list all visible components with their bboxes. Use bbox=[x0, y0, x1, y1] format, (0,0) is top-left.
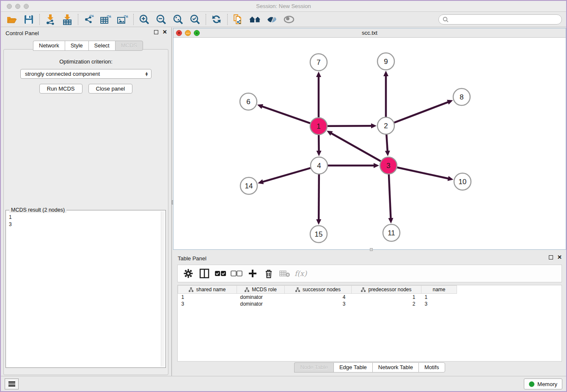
select-all-checkboxes-icon[interactable] bbox=[214, 267, 226, 280]
column-header-successor-nodes[interactable]: successor nodes bbox=[285, 286, 352, 294]
graph-edge-arrowhead bbox=[316, 219, 321, 225]
tab-network-table[interactable]: Network Table bbox=[372, 362, 418, 373]
network-graph[interactable]: 7968124314101511 bbox=[173, 38, 566, 249]
zoom-window-icon[interactable] bbox=[24, 4, 29, 9]
search-box[interactable] bbox=[438, 14, 562, 25]
column-header-name[interactable]: name bbox=[421, 286, 457, 294]
memory-button[interactable]: Memory bbox=[524, 378, 562, 389]
columns-icon[interactable] bbox=[198, 267, 210, 280]
control-panel-title: Control Panel bbox=[6, 30, 39, 36]
task-history-button[interactable] bbox=[5, 378, 19, 389]
application-window: Session: New Session bbox=[0, 0, 567, 392]
eye-icon[interactable] bbox=[281, 13, 297, 26]
graph-edge-3-1[interactable] bbox=[330, 133, 381, 161]
frame-close-icon[interactable]: ✕ bbox=[176, 30, 182, 36]
function-builder-icon: f(x) bbox=[295, 267, 307, 280]
graph-node-label: 4 bbox=[317, 162, 321, 170]
tab-edge-table[interactable]: Edge Table bbox=[333, 362, 372, 373]
network-canvas[interactable]: 7968124314101511 bbox=[173, 38, 566, 249]
close-table-panel-icon[interactable]: ✕ bbox=[557, 255, 562, 259]
graph-edge-arrowhead bbox=[383, 71, 388, 76]
zoom-in-icon[interactable] bbox=[136, 13, 153, 26]
trash-icon[interactable] bbox=[262, 267, 275, 280]
export-table-icon[interactable] bbox=[97, 13, 114, 26]
tab-network[interactable]: Network bbox=[33, 41, 65, 51]
search-input[interactable] bbox=[451, 17, 558, 22]
close-panel-icon[interactable]: ✕ bbox=[162, 30, 167, 34]
network-view-frame: ✕ — ＋ scc.txt 7968124314101511 bbox=[173, 28, 566, 250]
graph-edge-arrowhead bbox=[388, 218, 393, 224]
node-table[interactable]: shared nameMCDS rolesuccessor nodesprede… bbox=[177, 285, 562, 362]
float-table-panel-icon[interactable] bbox=[549, 255, 553, 259]
graph-edge-2-8[interactable] bbox=[394, 102, 449, 122]
graph-node-label: 15 bbox=[315, 230, 323, 238]
column-header-predecessor-nodes[interactable]: predecessor nodes bbox=[352, 286, 421, 294]
tab-select[interactable]: Select bbox=[88, 41, 115, 51]
list-icon bbox=[8, 381, 15, 386]
gear-icon[interactable] bbox=[182, 267, 194, 280]
graph-edge-2-3[interactable] bbox=[386, 135, 388, 152]
graph-edge-3-11[interactable] bbox=[389, 174, 391, 219]
network-frame-titlebar[interactable]: ✕ — ＋ scc.txt bbox=[173, 28, 566, 38]
float-panel-icon[interactable] bbox=[154, 30, 158, 34]
graph-edge-4-14[interactable] bbox=[262, 168, 311, 182]
memory-label: Memory bbox=[537, 381, 557, 387]
export-network-icon[interactable] bbox=[80, 13, 97, 26]
close-window-icon[interactable] bbox=[7, 4, 12, 9]
table-row[interactable]: 1dominator411 bbox=[178, 294, 464, 301]
result-scrollbar[interactable] bbox=[161, 211, 165, 367]
column-header-MCDS-role[interactable]: MCDS role bbox=[237, 286, 285, 294]
zoom-out-icon[interactable] bbox=[153, 13, 170, 26]
minimize-window-icon[interactable] bbox=[15, 4, 20, 9]
graph-node-label: 1 bbox=[317, 122, 320, 130]
frame-maximize-icon[interactable]: ＋ bbox=[194, 30, 200, 36]
chevron-updown-icon: ▲▼ bbox=[145, 72, 149, 76]
frame-resize-grip[interactable] bbox=[370, 248, 373, 251]
table-row[interactable]: 3dominator323 bbox=[178, 301, 464, 307]
run-mcds-button[interactable]: Run MCDS bbox=[39, 84, 83, 94]
toolbar-separator bbox=[78, 14, 78, 25]
import-table-icon[interactable] bbox=[59, 13, 76, 26]
column-type-icon bbox=[245, 287, 249, 292]
zoom-fit-icon[interactable] bbox=[170, 13, 187, 26]
toolbar-separator bbox=[227, 14, 228, 25]
tab-motifs[interactable]: Motifs bbox=[418, 362, 445, 373]
graph-edge-1-6[interactable] bbox=[261, 106, 310, 124]
export-image-icon[interactable] bbox=[114, 13, 131, 26]
graph-node-label: 11 bbox=[388, 229, 395, 237]
open-folder-icon[interactable] bbox=[3, 13, 20, 26]
column-type-icon bbox=[295, 287, 300, 292]
toolbar-separator bbox=[39, 14, 40, 25]
graph-node-label: 3 bbox=[386, 162, 390, 170]
refresh-icon[interactable] bbox=[208, 13, 225, 26]
add-icon[interactable] bbox=[246, 267, 259, 280]
tab-node-table[interactable]: Node Table bbox=[294, 362, 333, 373]
window-traffic-lights[interactable] bbox=[7, 4, 29, 9]
close-panel-button[interactable]: Close panel bbox=[88, 84, 133, 94]
tab-style[interactable]: Style bbox=[65, 41, 88, 51]
column-header-shared-name[interactable]: shared name bbox=[178, 286, 237, 294]
tab-mcds[interactable]: MCDS bbox=[115, 41, 143, 51]
graph-edge-1-2[interactable] bbox=[328, 126, 372, 126]
graph-edge-4-15[interactable] bbox=[319, 174, 319, 221]
houses-icon[interactable] bbox=[247, 13, 264, 26]
optimization-criterion-label: Optimization criterion: bbox=[4, 58, 168, 65]
graph-node-label: 7 bbox=[317, 58, 320, 66]
copy-view-icon[interactable] bbox=[230, 13, 247, 26]
window-titlebar: Session: New Session bbox=[1, 1, 566, 12]
zoom-selected-icon[interactable] bbox=[187, 13, 204, 26]
frame-minimize-icon[interactable]: — bbox=[185, 30, 191, 36]
save-icon[interactable] bbox=[20, 13, 37, 26]
control-panel: Control Panel ✕ NetworkStyleSelectMCDS O… bbox=[1, 28, 171, 376]
main-toolbar bbox=[1, 12, 566, 27]
mcds-result-text[interactable]: 1 3 bbox=[9, 214, 159, 366]
toolbar-separator bbox=[206, 14, 206, 25]
table-toolbar: f(x) bbox=[177, 265, 562, 282]
import-network-icon[interactable] bbox=[42, 13, 59, 26]
eye-slash-icon[interactable] bbox=[264, 13, 281, 26]
graph-edge-3-10[interactable] bbox=[397, 167, 449, 179]
graph-edge-arrowhead bbox=[385, 151, 390, 156]
graph-node-label: 8 bbox=[460, 93, 463, 101]
criterion-select[interactable]: strongly connected component ▲▼ bbox=[20, 69, 151, 79]
deselect-all-checkboxes-icon[interactable] bbox=[230, 267, 242, 280]
